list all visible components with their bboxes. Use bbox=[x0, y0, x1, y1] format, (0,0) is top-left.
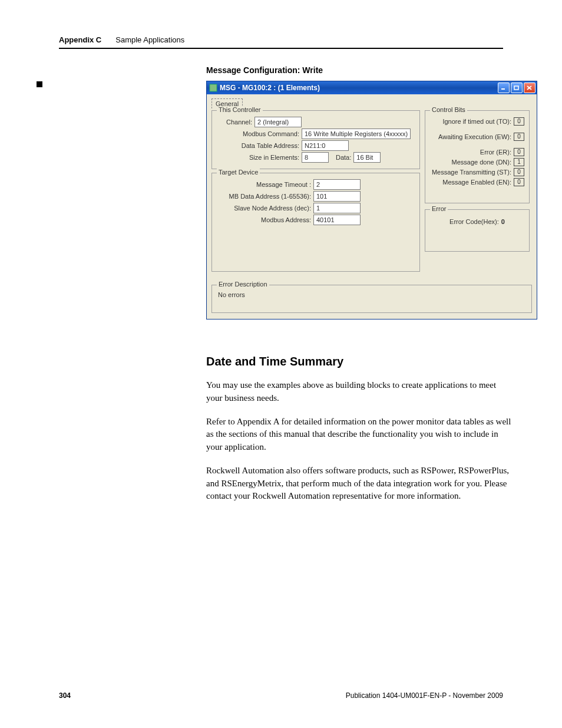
msg-config-window: MSG - MG100:2 : (1 Elements) General bbox=[206, 81, 537, 319]
error-description-group: Error Description No errors bbox=[211, 285, 532, 313]
paragraph-1: You may use the examples above as buildi… bbox=[206, 379, 513, 405]
channel-field[interactable]: 2 (Integral) bbox=[254, 117, 302, 127]
error-description-legend: Error Description bbox=[217, 281, 269, 288]
control-bits-group: Control Bits Ignore if timed out (TO): 0… bbox=[425, 110, 530, 203]
header-rule bbox=[59, 48, 503, 49]
section-heading: Date and Time Summary bbox=[206, 355, 513, 368]
modbus-cmd-field[interactable]: 16 Write Multiple Registers (4xxxxx) bbox=[302, 129, 411, 139]
dn-value[interactable]: 1 bbox=[514, 158, 524, 166]
ew-value[interactable]: 0 bbox=[514, 133, 524, 141]
er-value[interactable]: 0 bbox=[514, 148, 524, 156]
timeout-field[interactable]: 2 bbox=[313, 179, 361, 190]
data-label: Data: bbox=[336, 154, 351, 161]
publication-id: Publication 1404-UM001F-EN-P - November … bbox=[346, 691, 503, 700]
app-icon bbox=[209, 84, 217, 92]
dta-field[interactable]: N211:0 bbox=[302, 140, 349, 151]
en-label: Message Enabled (EN): bbox=[442, 179, 511, 186]
data-field[interactable]: 16 Bit bbox=[353, 152, 381, 163]
mbaddr-label: MB Data Address (1-65536): bbox=[217, 193, 313, 200]
section-label: Sample Applications bbox=[115, 35, 184, 44]
svg-rect-0 bbox=[210, 84, 217, 91]
to-label: Ignore if timed out (TO): bbox=[442, 118, 511, 125]
page-number: 304 bbox=[59, 691, 71, 700]
en-value[interactable]: 0 bbox=[514, 178, 524, 186]
slave-label: Slave Node Address (dec): bbox=[217, 205, 313, 212]
appendix-label: Appendix C bbox=[59, 35, 101, 44]
svg-rect-2 bbox=[514, 86, 518, 90]
st-value[interactable]: 0 bbox=[514, 168, 524, 176]
mbaddr-field[interactable]: 101 bbox=[313, 191, 361, 202]
timeout-label: Message Timeout : bbox=[217, 181, 313, 188]
control-bits-legend: Control Bits bbox=[430, 106, 467, 113]
st-label: Message Transmitting (ST): bbox=[432, 169, 511, 176]
close-button[interactable] bbox=[524, 83, 535, 93]
this-controller-legend: This Controller bbox=[217, 106, 263, 113]
slave-field[interactable]: 1 bbox=[313, 203, 361, 213]
channel-label: Channel: bbox=[217, 118, 254, 126]
to-value[interactable]: 0 bbox=[514, 117, 524, 126]
window-title: MSG - MG100:2 : (1 Elements) bbox=[220, 84, 498, 92]
modaddr-field: 40101 bbox=[313, 215, 361, 225]
target-device-group: Target Device Message Timeout : 2 MB Dat… bbox=[211, 173, 420, 272]
error-legend: Error bbox=[430, 205, 448, 212]
error-group: Error Error Code(Hex): 0 bbox=[425, 209, 530, 252]
modbus-cmd-label: Modbus Command: bbox=[217, 130, 302, 137]
error-code-value: 0 bbox=[501, 218, 505, 225]
figure-caption: Message Configuration: Write bbox=[206, 65, 513, 75]
paragraph-3: Rockwell Automation also offers software… bbox=[206, 465, 513, 503]
ew-label: Awaiting Execution (EW): bbox=[438, 133, 511, 140]
er-label: Error (ER): bbox=[480, 149, 511, 156]
dta-label: Data Table Address: bbox=[217, 142, 302, 149]
error-description-text: No errors bbox=[218, 291, 245, 298]
this-controller-group: This Controller Channel: 2 (Integral) Mo… bbox=[211, 110, 420, 169]
paragraph-2: Refer to Appendix A for detailed informa… bbox=[206, 416, 513, 454]
maximize-button[interactable] bbox=[511, 83, 523, 93]
margin-marker bbox=[37, 81, 42, 87]
minimize-button[interactable] bbox=[498, 83, 510, 93]
size-field[interactable]: 8 bbox=[302, 152, 329, 163]
modaddr-label: Modbus Address: bbox=[217, 216, 313, 223]
titlebar[interactable]: MSG - MG100:2 : (1 Elements) bbox=[207, 81, 537, 94]
size-label: Size in Elements: bbox=[217, 154, 302, 161]
dn-label: Message done (DN): bbox=[452, 159, 512, 166]
error-code-label: Error Code(Hex): bbox=[449, 218, 499, 225]
target-device-legend: Target Device bbox=[217, 169, 260, 176]
